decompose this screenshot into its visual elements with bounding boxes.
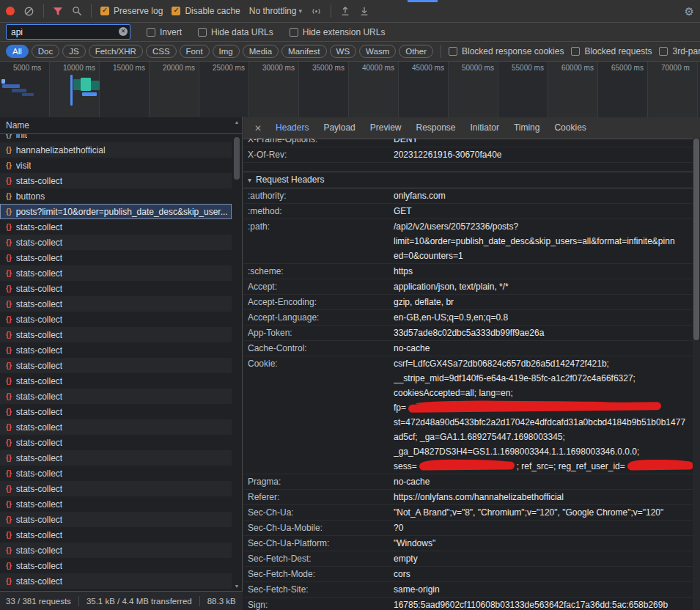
timeline-tick-label: 50000 ms	[462, 64, 494, 72]
export-har-icon[interactable]	[359, 6, 369, 16]
type-filter-other[interactable]: Other	[399, 45, 433, 58]
scrollbar-thumb[interactable]	[693, 139, 699, 340]
clear-filter-icon[interactable]: ✕	[119, 27, 128, 36]
type-filter-media[interactable]: Media	[243, 45, 279, 58]
request-row[interactable]: {}stats-collect	[0, 512, 232, 527]
import-har-icon[interactable]	[340, 6, 350, 16]
tab-timing[interactable]: Timing	[506, 117, 548, 139]
header-value-line: cookiesAccepted=all; lang=en;	[394, 386, 693, 400]
scroll-down-icon[interactable]: ▼	[232, 582, 241, 590]
devtools-network-panel: Preserve log Disable cache No throttling…	[0, 0, 700, 610]
request-row[interactable]: {}stats-collect	[0, 296, 232, 312]
request-row[interactable]: {}stats-collect	[0, 312, 232, 327]
record-button[interactable]	[6, 7, 15, 15]
blocked-response-cookies-label: Blocked response cookies	[462, 46, 564, 56]
header-value-line: DENY	[394, 139, 693, 147]
request-row[interactable]: {}stats-collect	[0, 558, 232, 573]
blocked-requests-checkbox[interactable]: Blocked requests	[571, 46, 652, 56]
header-value-line: no-cache	[394, 341, 693, 356]
hide-data-urls-checkbox[interactable]: Hide data URLs	[198, 27, 273, 37]
preserve-log-checkbox[interactable]: Preserve log	[100, 6, 163, 16]
type-filter-manifest[interactable]: Manifest	[281, 45, 326, 58]
request-row[interactable]: {}stats-collect	[0, 543, 232, 558]
request-row[interactable]: {}stats-collect	[0, 281, 232, 296]
request-row[interactable]: {}stats-collect	[0, 342, 232, 358]
request-list-scrollbar[interactable]: ▲ ▼	[232, 118, 241, 590]
close-details-icon[interactable]: ✕	[248, 123, 268, 133]
header-name: :method:	[248, 204, 394, 218]
request-row[interactable]: {}stats-collect	[0, 404, 232, 419]
header-row: :scheme:https	[243, 264, 693, 279]
scroll-up-icon[interactable]: ▲	[232, 118, 241, 126]
third-party-requests-checkbox[interactable]: 3rd-party requests	[659, 46, 700, 56]
request-row[interactable]: {}buttons	[0, 188, 232, 204]
request-row[interactable]: {}init	[0, 134, 232, 142]
request-row[interactable]: {}stats-collect	[0, 419, 232, 435]
type-filter-wasm[interactable]: Wasm	[359, 45, 396, 58]
filter-icon[interactable]	[53, 7, 63, 16]
header-row: Sec-Ch-Ua-Platform:"Windows"	[243, 536, 693, 551]
invert-checkbox[interactable]: Invert	[147, 27, 182, 37]
request-row[interactable]: {}visit	[0, 158, 232, 173]
tab-initiator[interactable]: Initiator	[463, 117, 506, 139]
details-scrollbar[interactable]	[693, 139, 700, 610]
request-row[interactable]: {}stats-collect	[0, 358, 232, 373]
tab-cookies[interactable]: Cookies	[547, 117, 593, 139]
request-row[interactable]: {}hannahelizabethofficial	[0, 142, 232, 158]
request-row[interactable]: {}stats-collect	[0, 496, 232, 512]
disable-cache-checkbox[interactable]: Disable cache	[172, 6, 240, 16]
json-file-icon: {}	[6, 546, 12, 554]
type-filter-all[interactable]: All	[6, 45, 29, 58]
filter-input[interactable]	[7, 27, 130, 37]
request-row[interactable]: {}stats-collect	[0, 481, 232, 496]
request-row[interactable]: {}stats-collect	[0, 173, 232, 188]
request-row[interactable]: {}stats-collect	[0, 527, 232, 543]
type-filter-fetch-xhr[interactable]: Fetch/XHR	[89, 45, 143, 58]
clear-network-log-button[interactable]	[23, 6, 34, 17]
tab-response[interactable]: Response	[408, 117, 463, 139]
request-name: stats-collect	[16, 515, 62, 525]
request-row[interactable]: {}stats-collect	[0, 250, 232, 265]
network-conditions-icon[interactable]	[311, 6, 322, 17]
name-column-header[interactable]: Name	[0, 117, 242, 134]
request-row[interactable]: {}stats-collect	[0, 219, 232, 235]
type-filter-css[interactable]: CSS	[146, 45, 177, 58]
type-filter-doc[interactable]: Doc	[32, 45, 59, 58]
request-row[interactable]: {}stats-collect	[0, 435, 232, 450]
throttling-dropdown[interactable]: No throttling ▾	[249, 6, 302, 16]
header-value-line: gzip, deflate, br	[394, 295, 693, 309]
request-headers-section[interactable]: ▾ Request Headers	[243, 172, 693, 188]
type-filter-font[interactable]: Font	[180, 45, 210, 58]
timeline-overview[interactable]: 5000 ms10000 ms15000 ms20000 ms25000 ms3…	[0, 62, 700, 118]
header-value-line: same-origin	[394, 582, 693, 597]
header-row: Accept:application/json, text/plain, */*	[243, 279, 693, 295]
type-filter-js[interactable]: JS	[62, 45, 85, 58]
json-file-icon: {}	[6, 562, 12, 570]
request-row[interactable]: {}stats-collect	[0, 327, 232, 342]
request-row[interactable]: {}stats-collect	[0, 573, 232, 589]
checkbox-box	[198, 28, 207, 37]
scrollbar-thumb[interactable]	[234, 137, 240, 180]
resources-size: 88.3 kB	[207, 597, 236, 606]
request-row[interactable]: {}stats-collect	[0, 466, 232, 481]
settings-gear-icon[interactable]: ⚙	[685, 6, 694, 17]
search-icon[interactable]	[72, 6, 82, 16]
request-row[interactable]: {}stats-collect	[0, 450, 232, 466]
json-file-icon: {}	[6, 577, 12, 585]
hide-extension-urls-checkbox[interactable]: Hide extension URLs	[290, 27, 386, 37]
disable-cache-label: Disable cache	[185, 6, 240, 16]
blocked-response-cookies-checkbox[interactable]: Blocked response cookies	[449, 46, 564, 56]
tab-payload[interactable]: Payload	[316, 117, 362, 139]
type-filter-ws[interactable]: WS	[330, 45, 357, 58]
type-filter-img[interactable]: Img	[213, 45, 240, 58]
request-row[interactable]: {}stats-collect	[0, 373, 232, 389]
header-value: DENY	[394, 139, 693, 147]
tab-headers[interactable]: Headers	[268, 117, 316, 139]
header-value: csrf=LdfcGX4Sa72db06824c657db26a5d142472…	[394, 356, 693, 474]
request-row[interactable]: {}stats-collect	[0, 389, 232, 404]
tab-preview[interactable]: Preview	[363, 117, 409, 139]
request-row[interactable]: {}stats-collect	[0, 235, 232, 250]
header-value: en-GB,en-US;q=0.9,en;q=0.8	[394, 310, 693, 325]
request-row[interactable]: {}posts?limit=10&order=publish_date_desc…	[0, 204, 232, 219]
request-row[interactable]: {}stats-collect	[0, 265, 232, 281]
